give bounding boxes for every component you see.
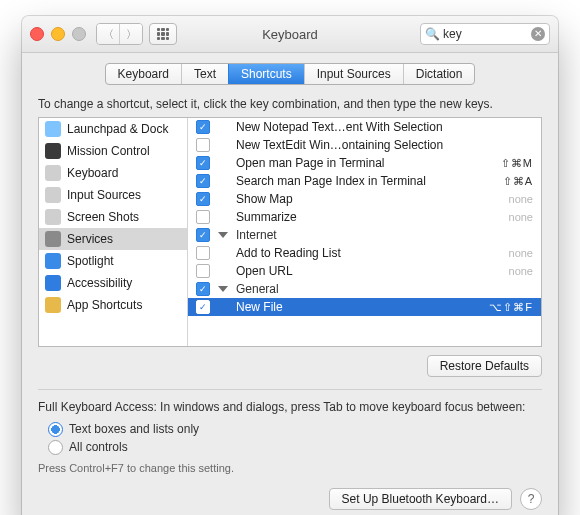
shortcut-key[interactable]: ⇧⌘A	[503, 175, 533, 188]
shortcut-row[interactable]: Open man Page in Terminal⇧⌘M	[188, 154, 541, 172]
sidebar-item-label: Keyboard	[67, 166, 118, 180]
clear-search-button[interactable]: ✕	[531, 27, 545, 41]
radio-dot-icon	[48, 422, 63, 437]
radio-label: Text boxes and lists only	[69, 422, 199, 436]
shortcut-row[interactable]: New TextEdit Win…ontaining Selection	[188, 136, 541, 154]
shortcut-key[interactable]: none	[509, 211, 533, 223]
radio-dot-icon	[48, 440, 63, 455]
tab-segmented: KeyboardTextShortcutsInput SourcesDictat…	[105, 63, 476, 85]
checkbox[interactable]	[196, 138, 210, 152]
shortcut-key[interactable]: ⌥⇧⌘F	[489, 301, 533, 314]
shortcut-row[interactable]: Add to Reading Listnone	[188, 244, 541, 262]
sidebar-item-services[interactable]: Services	[39, 228, 187, 250]
shortcuts-list[interactable]: New Notepad Text…ent With SelectionNew T…	[188, 118, 541, 346]
sidebar-item-keyboard[interactable]: Keyboard	[39, 162, 187, 184]
forward-button[interactable]: 〉	[119, 24, 142, 44]
tab-input-sources[interactable]: Input Sources	[304, 64, 403, 84]
shortcut-row[interactable]: New File⌥⇧⌘F	[188, 298, 541, 316]
checkbox[interactable]	[196, 282, 210, 296]
shortcut-key[interactable]: none	[509, 247, 533, 259]
grid-icon	[157, 28, 169, 40]
shortcut-group[interactable]: Internet	[188, 226, 541, 244]
sidebar-item-label: Services	[67, 232, 113, 246]
instruction-text: To change a shortcut, select it, click t…	[38, 97, 542, 111]
checkbox[interactable]	[196, 228, 210, 242]
sidebar-item-label: Spotlight	[67, 254, 114, 268]
tab-dictation[interactable]: Dictation	[403, 64, 475, 84]
checkbox[interactable]	[196, 192, 210, 206]
shortcut-label: Open URL	[218, 264, 509, 278]
full-keyboard-hint: Press Control+F7 to change this setting.	[38, 462, 542, 474]
sidebar-item-mission-control[interactable]: Mission Control	[39, 140, 187, 162]
divider	[38, 389, 542, 390]
preferences-window: 〈 〉 Keyboard 🔍 key ✕ KeyboardTextShortcu…	[22, 16, 558, 515]
nav-buttons: 〈 〉	[96, 23, 143, 45]
close-icon[interactable]	[30, 27, 44, 41]
disclosure-triangle-icon[interactable]	[218, 286, 228, 292]
radio-text-boxes-and-lists-only[interactable]: Text boxes and lists only	[48, 420, 542, 438]
category-sidebar[interactable]: Launchpad & DockMission ControlKeyboardI…	[39, 118, 188, 346]
checkbox[interactable]	[196, 120, 210, 134]
checkbox[interactable]	[196, 174, 210, 188]
bluetooth-keyboard-button[interactable]: Set Up Bluetooth Keyboard…	[329, 488, 512, 510]
shortcut-label: New Notepad Text…ent With Selection	[218, 120, 533, 134]
sidebar-item-accessibility[interactable]: Accessibility	[39, 272, 187, 294]
shortcut-group[interactable]: General	[188, 280, 541, 298]
shortcut-label: Search man Page Index in Terminal	[218, 174, 503, 188]
sidebar-item-label: Mission Control	[67, 144, 150, 158]
checkbox[interactable]	[196, 264, 210, 278]
shortcut-row[interactable]: Search man Page Index in Terminal⇧⌘A	[188, 172, 541, 190]
input-sources-icon	[45, 187, 61, 203]
sidebar-item-input-sources[interactable]: Input Sources	[39, 184, 187, 206]
shortcut-key[interactable]: ⇧⌘M	[501, 157, 533, 170]
shortcut-key[interactable]: none	[509, 193, 533, 205]
window-controls	[30, 27, 86, 41]
mission-control-icon	[45, 143, 61, 159]
sidebar-item-app-shortcuts[interactable]: App Shortcuts	[39, 294, 187, 316]
disclosure-triangle-icon[interactable]	[218, 232, 228, 238]
shortcut-row[interactable]: Show Mapnone	[188, 190, 541, 208]
shortcut-label: Show Map	[218, 192, 509, 206]
sidebar-item-launchpad-dock[interactable]: Launchpad & Dock	[39, 118, 187, 140]
shortcut-label: New File	[218, 300, 489, 314]
minimize-icon[interactable]	[51, 27, 65, 41]
checkbox[interactable]	[196, 210, 210, 224]
footer: Set Up Bluetooth Keyboard… ?	[22, 488, 558, 515]
shortcut-label: General	[232, 282, 533, 296]
checkbox[interactable]	[196, 246, 210, 260]
sidebar-item-screen-shots[interactable]: Screen Shots	[39, 206, 187, 228]
chevron-left-icon: 〈	[103, 27, 114, 42]
help-button[interactable]: ?	[520, 488, 542, 510]
help-icon: ?	[528, 492, 535, 506]
tab-shortcuts[interactable]: Shortcuts	[228, 64, 304, 84]
accessibility-icon	[45, 275, 61, 291]
shortcut-label: Internet	[232, 228, 533, 242]
show-all-button[interactable]	[149, 23, 177, 45]
shortcuts-panel: Launchpad & DockMission ControlKeyboardI…	[38, 117, 542, 347]
shortcut-label: Add to Reading List	[218, 246, 509, 260]
radio-all-controls[interactable]: All controls	[48, 438, 542, 456]
sidebar-item-spotlight[interactable]: Spotlight	[39, 250, 187, 272]
checkbox[interactable]	[196, 300, 210, 314]
services-icon	[45, 231, 61, 247]
tab-text[interactable]: Text	[181, 64, 228, 84]
shortcut-label: New TextEdit Win…ontaining Selection	[218, 138, 533, 152]
shortcut-key[interactable]: none	[509, 265, 533, 277]
search-field[interactable]: 🔍 key ✕	[420, 23, 550, 45]
checkbox[interactable]	[196, 156, 210, 170]
back-button[interactable]: 〈	[97, 24, 119, 44]
restore-defaults-button[interactable]: Restore Defaults	[427, 355, 542, 377]
zoom-icon[interactable]	[72, 27, 86, 41]
search-icon: 🔍	[425, 27, 440, 41]
shortcut-label: Summarize	[218, 210, 509, 224]
full-keyboard-label: Full Keyboard Access: In windows and dia…	[38, 400, 542, 414]
tab-bar: KeyboardTextShortcutsInput SourcesDictat…	[22, 53, 558, 93]
shortcut-row[interactable]: New Notepad Text…ent With Selection	[188, 118, 541, 136]
shortcut-row[interactable]: Open URLnone	[188, 262, 541, 280]
search-input[interactable]: key	[443, 27, 531, 41]
chevron-right-icon: 〉	[126, 27, 137, 42]
app-shortcuts-icon	[45, 297, 61, 313]
shortcut-row[interactable]: Summarizenone	[188, 208, 541, 226]
sidebar-item-label: Accessibility	[67, 276, 132, 290]
tab-keyboard[interactable]: Keyboard	[106, 64, 181, 84]
